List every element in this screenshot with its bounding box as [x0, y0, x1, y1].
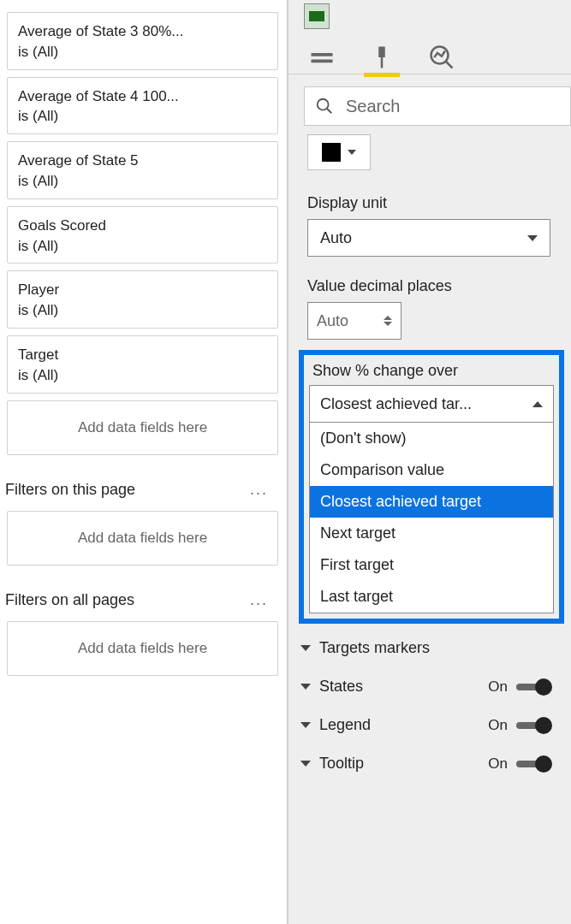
- display-unit-value: Auto: [320, 229, 352, 247]
- show-pct-option-selected[interactable]: Closest achieved target: [310, 486, 553, 518]
- analytics-tab-icon[interactable]: [429, 44, 455, 70]
- dropzone-label: Add data fields here: [78, 530, 207, 547]
- section-label: Tooltip: [319, 755, 364, 773]
- format-tab-icon[interactable]: [369, 44, 395, 70]
- header-text: Filters on all pages: [5, 591, 134, 609]
- toggle-text: On: [488, 678, 508, 696]
- format-tabs: [288, 34, 571, 74]
- filter-card[interactable]: Target is (All): [7, 335, 278, 394]
- more-icon[interactable]: ...: [250, 591, 273, 609]
- filter-title: Target: [18, 345, 267, 365]
- search-input[interactable]: Search: [304, 86, 571, 126]
- show-pct-change-highlight: Show % change over Closest achieved tar.…: [299, 350, 564, 624]
- chevron-down-icon: [527, 235, 538, 241]
- filter-sub: is (All): [18, 236, 267, 257]
- chevron-down-icon: [348, 150, 356, 155]
- filter-title: Average of State 4 100...: [18, 86, 267, 107]
- filter-title: Average of State 5: [18, 151, 267, 171]
- tooltip-toggle[interactable]: On: [488, 755, 550, 773]
- chevron-up-icon: [384, 316, 392, 320]
- display-unit-label: Display unit: [288, 174, 571, 219]
- more-icon[interactable]: ...: [250, 481, 273, 499]
- legend-toggle[interactable]: On: [488, 717, 550, 734]
- filter-card[interactable]: Average of State 4 100... is (All): [7, 77, 278, 135]
- filter-sub: is (All): [18, 300, 267, 321]
- decimal-value: Auto: [317, 312, 348, 330]
- filter-card[interactable]: Average of State 5 is (All): [7, 141, 278, 199]
- chevron-up-icon: [532, 401, 543, 407]
- toggle-switch-icon: [516, 761, 550, 767]
- decimal-places-spinner[interactable]: Auto: [307, 302, 401, 340]
- show-pct-select[interactable]: Closest achieved tar...: [309, 385, 554, 423]
- show-pct-option[interactable]: (Don't show): [310, 423, 553, 454]
- chevron-down-icon: [300, 722, 311, 728]
- section-legend[interactable]: Legend On: [288, 706, 571, 744]
- chevron-down-icon: [384, 322, 392, 326]
- color-swatch: [322, 143, 341, 162]
- states-toggle[interactable]: On: [488, 678, 550, 696]
- svg-rect-1: [312, 60, 333, 63]
- filter-sub: is (All): [18, 106, 267, 127]
- toggle-text: On: [488, 755, 508, 773]
- spinner-arrows[interactable]: [384, 316, 392, 326]
- section-label: Targets markers: [319, 639, 430, 657]
- header-text: Filters on this page: [5, 481, 135, 499]
- fields-tab-icon[interactable]: [309, 44, 335, 70]
- filter-sub: is (All): [18, 365, 267, 386]
- selected-visual-icon[interactable]: [304, 3, 330, 29]
- show-pct-option[interactable]: Next target: [310, 518, 553, 549]
- display-unit-select[interactable]: Auto: [307, 219, 550, 257]
- filter-card[interactable]: Player is (All): [7, 270, 278, 329]
- show-pct-selected: Closest achieved tar...: [320, 395, 472, 413]
- section-label: Legend: [319, 716, 371, 734]
- all-pages-filters-dropzone[interactable]: Add data fields here: [7, 621, 278, 676]
- visual-filters-dropzone[interactable]: Add data fields here: [7, 400, 278, 455]
- page-filters-header: Filters on this page ...: [2, 459, 283, 507]
- active-tab-underline: [364, 73, 400, 77]
- svg-point-6: [318, 99, 329, 110]
- section-tooltip[interactable]: Tooltip On: [288, 744, 571, 783]
- svg-rect-3: [381, 57, 384, 68]
- chevron-down-icon: [300, 645, 311, 651]
- svg-rect-2: [378, 47, 385, 58]
- filter-title: Average of State 3 80%...: [18, 21, 267, 42]
- section-targets-markers[interactable]: Targets markers: [288, 629, 571, 667]
- filter-card[interactable]: Average of State 3 80%... is (All): [7, 12, 278, 70]
- search-placeholder: Search: [346, 97, 400, 116]
- toggle-switch-icon: [516, 684, 550, 690]
- filter-card[interactable]: Goals Scored is (All): [7, 206, 278, 264]
- chevron-down-icon: [300, 761, 311, 767]
- page-filters-dropzone[interactable]: Add data fields here: [7, 511, 278, 566]
- show-pct-option[interactable]: First target: [310, 549, 553, 581]
- filter-title: Goals Scored: [18, 216, 267, 236]
- filter-title: Player: [18, 280, 267, 300]
- chevron-down-icon: [300, 684, 311, 690]
- all-pages-filters-header: Filters on all pages ...: [2, 569, 283, 618]
- show-pct-label: Show % change over: [309, 360, 554, 385]
- toggle-text: On: [488, 717, 508, 734]
- svg-line-5: [446, 62, 453, 68]
- filter-sub: is (All): [18, 42, 267, 62]
- show-pct-option[interactable]: Last target: [310, 581, 553, 613]
- svg-line-7: [327, 109, 332, 114]
- format-pane: Search Display unit Auto Value decimal p…: [288, 0, 571, 924]
- section-label: States: [319, 678, 363, 696]
- toggle-switch-icon: [516, 722, 550, 729]
- search-icon: [315, 97, 334, 116]
- show-pct-option[interactable]: Comparison value: [310, 454, 553, 486]
- color-picker[interactable]: [307, 134, 371, 170]
- dropzone-label: Add data fields here: [78, 640, 207, 657]
- filter-sub: is (All): [18, 171, 267, 192]
- section-states[interactable]: States On: [288, 667, 571, 706]
- filters-pane: Average of State 3 80%... is (All) Avera…: [0, 0, 288, 924]
- dropzone-label: Add data fields here: [78, 419, 207, 436]
- show-pct-dropdown-list: (Don't show) Comparison value Closest ac…: [309, 423, 554, 613]
- svg-rect-0: [312, 53, 333, 56]
- decimal-places-label: Value decimal places: [288, 257, 571, 302]
